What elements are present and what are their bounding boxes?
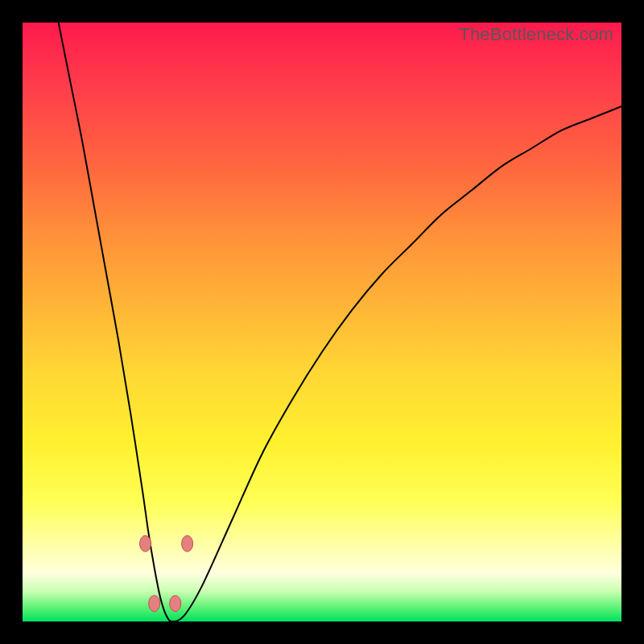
watermark-text: TheBottleneck.com [459,24,613,45]
curve-marker [149,596,160,612]
curve-marker [140,535,151,551]
chart-plot-area: TheBottleneck.com [23,23,621,621]
curve-marker [182,535,193,551]
curve-marker [170,596,181,612]
marker-group [140,535,193,611]
markers-svg [23,23,621,621]
